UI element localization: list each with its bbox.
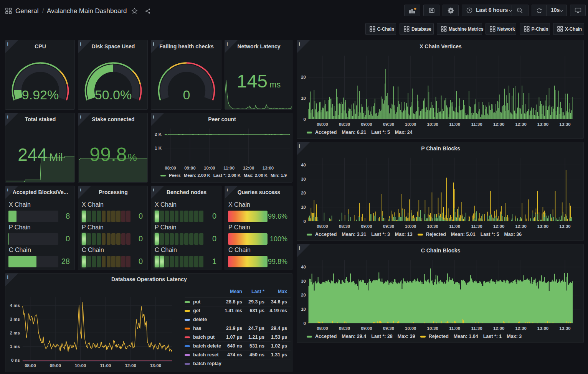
svg-text:0: 0: [304, 321, 306, 326]
svg-text:09:00: 09:00: [50, 363, 61, 368]
svg-text:12:00: 12:00: [493, 122, 504, 127]
svg-text:08:00: 08:00: [25, 363, 36, 368]
svg-text:2 ms: 2 ms: [10, 331, 20, 335]
svg-text:11:00: 11:00: [449, 122, 460, 127]
svg-text:0: 0: [183, 87, 190, 102]
svg-text:10: 10: [301, 205, 306, 209]
svg-text:9.92%: 9.92%: [22, 87, 59, 102]
svg-text:3 ms: 3 ms: [10, 317, 20, 321]
svg-text:13:00: 13:00: [263, 166, 274, 170]
svg-text:10:00: 10:00: [204, 166, 215, 170]
svg-text:244Mil: 244Mil: [18, 145, 63, 165]
svg-text:10:30: 10:30: [427, 224, 438, 229]
svg-text:30: 30: [301, 177, 306, 181]
svg-text:20: 20: [301, 191, 306, 195]
svg-text:13:00: 13:00: [537, 224, 548, 229]
svg-text:09:00: 09:00: [361, 122, 372, 127]
svg-text:12:30: 12:30: [515, 122, 526, 127]
svg-text:10:00: 10:00: [405, 326, 416, 331]
svg-text:2 K: 2 K: [155, 132, 162, 137]
svg-text:13:30: 13:30: [559, 122, 570, 127]
svg-text:11:30: 11:30: [471, 122, 482, 127]
svg-text:10:00: 10:00: [75, 363, 86, 368]
svg-text:50.0%: 50.0%: [95, 87, 132, 102]
svg-text:08:30: 08:30: [339, 122, 350, 127]
svg-text:10:00: 10:00: [405, 224, 416, 229]
svg-text:12:00: 12:00: [493, 326, 504, 331]
svg-text:09:30: 09:30: [383, 122, 394, 127]
svg-text:1 ms: 1 ms: [10, 344, 20, 349]
svg-text:13:00: 13:00: [537, 122, 548, 127]
svg-text:145ms: 145ms: [237, 71, 281, 91]
svg-text:08:00: 08:00: [317, 224, 328, 229]
svg-text:08:00: 08:00: [317, 326, 328, 331]
svg-text:09:30: 09:30: [383, 326, 394, 331]
svg-text:13:00: 13:00: [537, 326, 548, 331]
svg-text:10:00: 10:00: [405, 122, 416, 127]
svg-text:0: 0: [304, 117, 306, 122]
svg-text:11:00: 11:00: [223, 166, 235, 170]
svg-text:13:00: 13:00: [150, 363, 161, 368]
svg-text:11:30: 11:30: [471, 326, 482, 331]
svg-text:08:30: 08:30: [339, 224, 350, 229]
svg-text:12:00: 12:00: [125, 363, 136, 368]
svg-text:4 ms: 4 ms: [10, 303, 20, 308]
svg-text:08:00: 08:00: [165, 166, 176, 170]
svg-text:0: 0: [304, 219, 306, 224]
svg-text:1 K: 1 K: [155, 146, 162, 150]
svg-text:10:30: 10:30: [427, 122, 438, 127]
svg-text:0 ns: 0 ns: [11, 358, 20, 362]
svg-text:12:00: 12:00: [243, 166, 254, 170]
svg-text:08:30: 08:30: [339, 326, 350, 331]
svg-text:11:30: 11:30: [471, 224, 482, 229]
svg-text:40: 40: [301, 163, 306, 167]
svg-text:20: 20: [301, 75, 306, 79]
svg-text:20: 20: [301, 293, 306, 297]
svg-text:30: 30: [301, 279, 306, 283]
svg-text:09:30: 09:30: [383, 224, 394, 229]
svg-text:40: 40: [301, 265, 306, 269]
svg-text:08:00: 08:00: [317, 122, 328, 127]
svg-text:10: 10: [301, 96, 306, 101]
svg-text:09:00: 09:00: [184, 166, 195, 170]
svg-text:11:00: 11:00: [100, 363, 111, 368]
svg-text:09:00: 09:00: [361, 326, 372, 331]
svg-text:11:00: 11:00: [449, 326, 460, 331]
svg-text:12:30: 12:30: [515, 224, 526, 229]
svg-text:12:30: 12:30: [515, 326, 526, 331]
svg-text:13:30: 13:30: [559, 224, 570, 229]
svg-text:13:30: 13:30: [559, 326, 570, 331]
svg-text:11:00: 11:00: [449, 224, 460, 229]
svg-text:09:00: 09:00: [361, 224, 372, 229]
svg-text:99.8%: 99.8%: [89, 144, 137, 165]
svg-text:10: 10: [301, 307, 306, 311]
svg-text:10:30: 10:30: [427, 326, 438, 331]
svg-text:12:00: 12:00: [493, 224, 504, 229]
